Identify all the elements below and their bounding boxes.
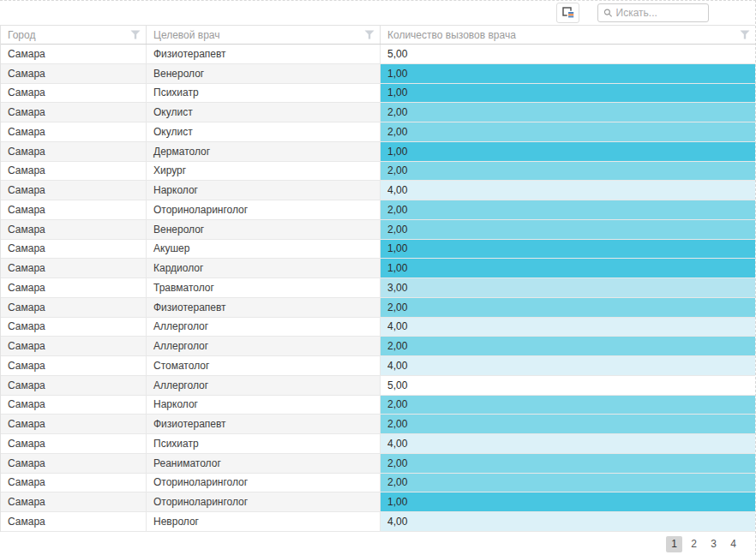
table-row[interactable]: Самара Психиатр 1,00: [1, 84, 755, 104]
cell-city: Самара: [1, 318, 147, 337]
cell-doctor: Акушер: [147, 240, 381, 260]
cell-city: Самара: [1, 434, 147, 454]
table-row[interactable]: Самара Реаниматолог 2,00: [1, 454, 755, 474]
column-chooser-icon: [561, 6, 575, 20]
cell-calls: 2,00: [381, 103, 755, 122]
table-row[interactable]: Самара Окулист 2,00: [1, 103, 755, 122]
table-row[interactable]: Самара Аллерголог 4,00: [1, 318, 755, 337]
table-row[interactable]: Самара Физиотерапевт 2,00: [1, 415, 755, 434]
cell-calls: 1,00: [381, 492, 755, 512]
cell-calls: 2,00: [381, 162, 755, 182]
search-input[interactable]: [616, 7, 705, 19]
table-row[interactable]: Самара Хирург 2,00: [1, 162, 755, 182]
cell-calls: 3,00: [381, 278, 755, 298]
cell-city: Самара: [1, 162, 147, 182]
cell-doctor: Физиотерапевт: [147, 298, 381, 318]
cell-city: Самара: [1, 103, 147, 122]
cell-calls: 2,00: [381, 337, 755, 356]
page-button-1[interactable]: 1: [666, 536, 682, 552]
table-row[interactable]: Самара Оториноларинголог 2,00: [1, 200, 755, 220]
cell-city: Самара: [1, 181, 147, 200]
column-chooser-button[interactable]: [556, 3, 579, 23]
cell-doctor: Венеролог: [147, 220, 381, 240]
table-row[interactable]: Самара Аллерголог 2,00: [1, 337, 755, 356]
cell-doctor: Аллерголог: [147, 337, 381, 356]
table-row[interactable]: Самара Психиатр 4,00: [1, 434, 755, 454]
cell-calls: 2,00: [381, 298, 755, 318]
cell-doctor: Венеролог: [147, 64, 381, 84]
table-row[interactable]: Самара Невролог 4,00: [1, 512, 755, 532]
cell-calls: 2,00: [381, 122, 755, 142]
cell-calls: 2,00: [381, 200, 755, 220]
cell-calls: 2,00: [381, 474, 755, 493]
table-row[interactable]: Самара Травматолог 3,00: [1, 278, 755, 298]
filter-icon[interactable]: [740, 30, 750, 39]
table-row[interactable]: Самара Физиотерапевт 2,00: [1, 298, 755, 318]
cell-calls: 4,00: [381, 434, 755, 454]
cell-city: Самара: [1, 240, 147, 260]
cell-calls: 2,00: [381, 415, 755, 434]
cell-doctor: Хирург: [147, 162, 381, 182]
cell-doctor: Травматолог: [147, 278, 381, 298]
column-header-label: Город: [8, 29, 35, 41]
cell-calls: 1,00: [381, 142, 755, 162]
table-row[interactable]: Самара Оториноларинголог 2,00: [1, 474, 755, 493]
cell-doctor: Окулист: [147, 103, 381, 122]
cell-doctor: Невролог: [147, 512, 381, 532]
filter-icon[interactable]: [364, 30, 375, 39]
table-row[interactable]: Самара Венеролог 2,00: [1, 220, 755, 240]
column-header-doctor[interactable]: Целевой врач: [147, 26, 381, 44]
grid-header-row: Город Целевой врач Количество вызовов вр…: [1, 26, 755, 45]
grid-body: Самара Физиотерапевт 5,00 Самара Венерол…: [1, 45, 755, 532]
cell-calls: 5,00: [381, 376, 755, 396]
cell-doctor: Оториноларинголог: [147, 474, 381, 493]
cell-calls: 4,00: [381, 318, 755, 337]
table-row[interactable]: Самара Кардиолог 1,00: [1, 259, 755, 278]
cell-calls: 4,00: [381, 181, 755, 200]
cell-doctor: Нарколог: [147, 181, 381, 200]
table-row[interactable]: Самара Дерматолог 1,00: [1, 142, 755, 162]
cell-city: Самара: [1, 415, 147, 434]
cell-city: Самара: [1, 492, 147, 512]
table-row[interactable]: Самара Аллерголог 5,00: [1, 376, 755, 396]
table-row[interactable]: Самара Оториноларинголог 1,00: [1, 492, 755, 512]
data-grid: Город Целевой врач Количество вызовов вр…: [0, 25, 755, 532]
cell-doctor: Реаниматолог: [147, 454, 381, 474]
page-button-3[interactable]: 3: [705, 536, 722, 552]
pager: 1234: [0, 536, 741, 552]
table-row[interactable]: Самара Окулист 2,00: [1, 122, 755, 142]
cell-city: Самара: [1, 512, 147, 532]
cell-city: Самара: [1, 84, 147, 104]
cell-city: Самара: [1, 142, 147, 162]
column-header-city[interactable]: Город: [1, 26, 147, 44]
cell-calls: 1,00: [381, 64, 755, 84]
column-header-label: Целевой врач: [153, 29, 220, 41]
cell-doctor: Физиотерапевт: [147, 45, 381, 64]
filter-icon[interactable]: [130, 30, 141, 39]
page-button-4[interactable]: 4: [725, 536, 741, 552]
page-button-2[interactable]: 2: [686, 536, 702, 552]
cell-city: Самара: [1, 45, 147, 64]
cell-doctor: Окулист: [147, 122, 381, 142]
cell-city: Самара: [1, 259, 147, 278]
cell-city: Самара: [1, 278, 147, 298]
cell-calls: 2,00: [381, 220, 755, 240]
table-row[interactable]: Самара Стоматолог 4,00: [1, 356, 755, 376]
cell-city: Самара: [1, 396, 147, 415]
cell-city: Самара: [1, 337, 147, 356]
cell-doctor: Нарколог: [147, 396, 381, 415]
column-header-calls[interactable]: Количество вызовов врача: [381, 26, 755, 44]
cell-city: Самара: [1, 200, 147, 220]
table-row[interactable]: Самара Акушер 1,00: [1, 240, 755, 260]
cell-doctor: Психиатр: [147, 434, 381, 454]
table-row[interactable]: Самара Нарколог 4,00: [1, 181, 755, 200]
cell-doctor: Дерматолог: [147, 142, 381, 162]
cell-doctor: Стоматолог: [147, 356, 381, 376]
table-row[interactable]: Самара Венеролог 1,00: [1, 64, 755, 84]
cell-doctor: Психиатр: [147, 84, 381, 104]
table-row[interactable]: Самара Нарколог 2,00: [1, 396, 755, 415]
cell-calls: 2,00: [381, 396, 755, 415]
cell-city: Самара: [1, 64, 147, 84]
table-row[interactable]: Самара Физиотерапевт 5,00: [1, 45, 755, 64]
cell-calls: 2,00: [381, 454, 755, 474]
